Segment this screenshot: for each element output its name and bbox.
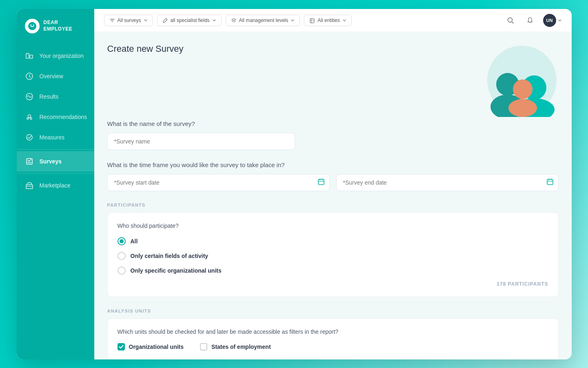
- sidebar-item-overview[interactable]: Overview: [17, 66, 94, 86]
- svg-rect-33: [318, 179, 324, 185]
- sidebar-item-label: Measures: [40, 134, 64, 141]
- sidebar-item-label: Marketplace: [40, 182, 71, 189]
- filter-all-surveys-label: All surveys: [118, 18, 141, 23]
- filter-specialist-fields[interactable]: all specialist fields: [157, 15, 222, 26]
- hero-illustration: [477, 44, 559, 109]
- svg-rect-4: [30, 55, 33, 58]
- filter-management-label: All management levels: [239, 18, 288, 23]
- sidebar-item-surveys[interactable]: Surveys: [17, 151, 94, 172]
- radio-specific-units-circle: [118, 267, 126, 275]
- checkbox-row: Organizational units States of employmen…: [118, 343, 548, 350]
- survey-name-section: What is the name of the survey?: [107, 120, 559, 150]
- chevron-down-icon-2: [212, 18, 216, 22]
- radio-specific-units[interactable]: Only specific organizational units: [118, 267, 548, 275]
- sidebar-divider: [17, 149, 94, 150]
- main-content: All surveys all specialist fields: [94, 9, 572, 359]
- svg-line-12: [30, 117, 31, 118]
- filter-icon: [109, 18, 115, 23]
- sidebar-item-measures[interactable]: Measures: [17, 127, 94, 148]
- svg-point-10: [30, 118, 32, 119]
- participants-section: PARTICIPANTS Who should participate? All…: [107, 203, 559, 297]
- svg-point-9: [27, 118, 29, 119]
- checkbox-employment-states[interactable]: States of employment: [200, 343, 271, 350]
- survey-name-question: What is the name of the survey?: [107, 120, 559, 127]
- survey-name-input[interactable]: [107, 133, 295, 150]
- timeframe-question: What is the time frame you would like th…: [107, 161, 559, 168]
- svg-rect-21: [310, 19, 314, 23]
- svg-rect-16: [26, 185, 33, 189]
- user-avatar: UN: [543, 14, 556, 27]
- svg-point-2: [33, 24, 33, 25]
- radio-all-label: All: [131, 238, 138, 245]
- user-menu[interactable]: UN: [543, 14, 562, 27]
- start-date-wrapper: [107, 174, 330, 191]
- svg-line-25: [512, 22, 513, 23]
- recommendations-icon: [25, 112, 34, 121]
- checkbox-org-units[interactable]: Organizational units: [118, 343, 184, 350]
- checkbox-org-units-label: Organizational units: [129, 344, 184, 350]
- filter-all-entities[interactable]: All entities: [304, 15, 352, 26]
- date-row: [107, 174, 559, 191]
- survey-start-date-input[interactable]: [107, 174, 330, 191]
- svg-point-32: [513, 79, 533, 99]
- radio-certain-fields-circle: [118, 252, 126, 260]
- page-header: Create new Survey: [107, 44, 559, 109]
- sidebar-item-recommendations[interactable]: Recommendations: [17, 107, 94, 127]
- sidebar-item-label: Your organization: [40, 53, 84, 59]
- layers-icon: [231, 18, 237, 23]
- svg-point-31: [508, 99, 537, 117]
- measures-icon: [25, 133, 34, 142]
- topbar: All surveys all specialist fields: [94, 9, 572, 32]
- timeframe-section: What is the time frame you would like th…: [107, 161, 559, 191]
- participants-count: 178 PARTICIPANTS: [118, 281, 548, 287]
- sidebar: DEAR EMPLOYEE Your organization: [17, 9, 94, 359]
- marketplace-icon: [25, 181, 34, 190]
- chevron-down-icon: [144, 18, 148, 22]
- org-icon: [25, 51, 34, 60]
- chevron-down-icon-4: [342, 18, 346, 22]
- sidebar-nav: Your organization Overview: [17, 42, 94, 359]
- svg-point-24: [508, 18, 512, 22]
- radio-certain-fields-label: Only certain fields of activity: [131, 253, 209, 259]
- analysis-card: Which units should be checked for and la…: [107, 318, 559, 359]
- radio-all[interactable]: All: [118, 237, 548, 245]
- checkbox-employment-label: States of employment: [211, 344, 271, 350]
- sidebar-logo: DEAR EMPLOYEE: [17, 9, 94, 42]
- sidebar-item-label: Surveys: [40, 158, 62, 165]
- filter-management-levels[interactable]: All management levels: [226, 15, 300, 26]
- surveys-icon: [25, 157, 34, 166]
- svg-line-11: [28, 117, 29, 118]
- sidebar-item-label: Recommendations: [40, 114, 87, 120]
- svg-rect-37: [547, 179, 553, 185]
- radio-all-circle: [118, 237, 126, 245]
- search-button[interactable]: [504, 14, 517, 27]
- svg-point-8: [28, 115, 31, 117]
- filter-entities-label: All entities: [317, 18, 340, 23]
- sidebar-item-results[interactable]: Results: [17, 86, 94, 107]
- page-title: Create new Survey: [107, 44, 184, 54]
- radio-certain-fields[interactable]: Only certain fields of activity: [118, 252, 548, 260]
- overview-icon: [25, 72, 34, 81]
- sidebar-item-marketplace[interactable]: Marketplace: [17, 175, 94, 196]
- participants-card: Who should participate? All Only certain…: [107, 212, 559, 297]
- svg-point-1: [30, 24, 31, 25]
- logo-icon: [25, 19, 40, 33]
- notifications-button[interactable]: [524, 14, 537, 27]
- logo-text: DEAR EMPLOYEE: [44, 20, 73, 32]
- participants-section-label: PARTICIPANTS: [107, 203, 559, 207]
- svg-point-0: [28, 22, 36, 30]
- user-chevron-icon: [558, 18, 562, 22]
- radio-specific-units-label: Only specific organizational units: [131, 267, 222, 274]
- filter-all-surveys[interactable]: All surveys: [104, 15, 153, 26]
- pen-icon: [162, 18, 168, 23]
- sidebar-item-your-organization[interactable]: Your organization: [17, 46, 94, 66]
- analysis-question: Which units should be checked for and la…: [118, 328, 548, 335]
- calendar-end-icon: [546, 178, 554, 187]
- sidebar-divider-2: [17, 173, 94, 174]
- sidebar-item-label: Overview: [40, 73, 63, 79]
- survey-end-date-input[interactable]: [336, 174, 559, 191]
- checkbox-employment-box: [200, 343, 207, 350]
- svg-rect-3: [26, 53, 29, 58]
- results-icon: [25, 92, 34, 101]
- analysis-section-label: ANALYSIS UNITS: [107, 309, 559, 313]
